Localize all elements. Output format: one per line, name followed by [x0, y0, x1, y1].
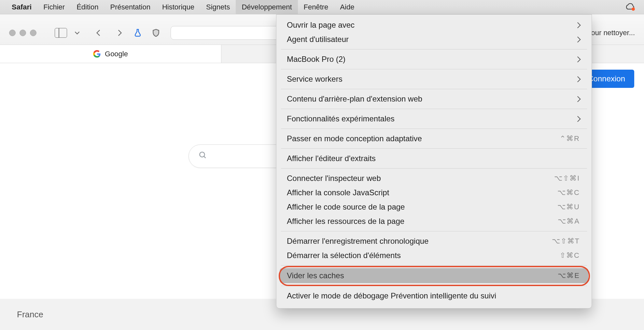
- menu-item[interactable]: Afficher les ressources de la page⌥⌘A: [276, 214, 592, 228]
- tab-google[interactable]: Google: [0, 45, 221, 63]
- menu-item[interactable]: Afficher le code source de la page⌥⌘U: [276, 200, 592, 214]
- traffic-zoom-icon[interactable]: [30, 30, 36, 36]
- google-favicon-icon: [93, 50, 101, 58]
- menu-item-label: Afficher les ressources de la page: [287, 217, 404, 226]
- menu-item[interactable]: Activer le mode de débogage Prévention i…: [276, 289, 592, 303]
- chevron-right-icon: [576, 55, 580, 63]
- menu-developpement[interactable]: Développement: [236, 0, 298, 14]
- menu-item[interactable]: Afficher la console JavaScript⌥⌘C: [276, 186, 592, 200]
- menu-separator: [281, 69, 587, 69]
- developpement-menu: Ouvrir la page avecAgent d'utilisateurMa…: [276, 14, 592, 309]
- menu-item[interactable]: Agent d'utilisateur: [276, 32, 592, 47]
- menu-item[interactable]: MacBook Pro (2): [276, 52, 592, 66]
- menu-item[interactable]: Afficher l'éditeur d'extraits: [276, 151, 592, 166]
- menu-signets[interactable]: Signets: [200, 0, 236, 14]
- menubar-tray: [624, 3, 638, 11]
- menu-item[interactable]: Démarrer l'enregistrement chronologique⌥…: [276, 234, 592, 248]
- menu-shortcut: ⌥⇧⌘I: [554, 174, 580, 183]
- privacy-shield-icon[interactable]: [150, 27, 162, 39]
- menu-presentation[interactable]: Présentation: [104, 0, 156, 14]
- menu-item-label: Service workers: [287, 75, 343, 84]
- back-button[interactable]: [92, 27, 105, 39]
- menu-separator: [281, 129, 587, 129]
- menu-separator: [281, 286, 587, 286]
- menu-item-label: Afficher le code source de la page: [287, 202, 405, 212]
- status-cloud-icon[interactable]: [624, 3, 636, 11]
- menu-item-label: MacBook Pro (2): [287, 55, 345, 64]
- menu-separator: [281, 265, 587, 266]
- menu-shortcut: ⌥⇧⌘T: [552, 237, 580, 245]
- menu-item[interactable]: Ouvrir la page avec: [276, 18, 592, 32]
- menu-item[interactable]: Service workers: [276, 72, 592, 86]
- menu-item[interactable]: Fonctionnalités expérimentales: [276, 112, 592, 126]
- chevron-right-icon: [576, 75, 580, 83]
- menu-item-label: Démarrer la sélection d'éléments: [287, 251, 401, 260]
- menu-historique[interactable]: Historique: [156, 0, 200, 14]
- macos-menubar: Safari Fichier Édition Présentation Hist…: [0, 0, 644, 14]
- menu-separator: [281, 168, 587, 169]
- menu-fenetre[interactable]: Fenêtre: [298, 0, 334, 14]
- svg-point-3: [200, 152, 204, 157]
- traffic-minimize-icon[interactable]: [20, 30, 26, 36]
- svg-point-0: [632, 7, 635, 11]
- menu-item-label: Contenu d'arrière-plan d'extension web: [287, 94, 422, 103]
- menu-item-label: Afficher la console JavaScript: [287, 188, 389, 197]
- menu-fichier[interactable]: Fichier: [37, 0, 71, 14]
- menu-shortcut: ⌥⌘A: [558, 217, 580, 226]
- chevron-right-icon: [576, 95, 580, 103]
- chevron-right-icon: [576, 21, 580, 29]
- menu-item-label: Ouvrir la page avec: [287, 21, 355, 30]
- menu-item-label: Afficher l'éditeur d'extraits: [287, 154, 376, 163]
- experimental-features-icon[interactable]: [132, 27, 144, 39]
- menu-item-label: Connecter l'inspecteur web: [287, 174, 381, 183]
- search-icon: [199, 151, 207, 161]
- menu-item-label: Passer en mode conception adaptative: [287, 134, 422, 143]
- menu-item[interactable]: Passer en mode conception adaptative⌃⌘R: [276, 131, 592, 146]
- traffic-close-icon[interactable]: [9, 30, 16, 36]
- menu-shortcut: ⌥⌘E: [558, 271, 580, 280]
- menu-item[interactable]: Démarrer la sélection d'éléments⇧⌘C: [276, 248, 592, 263]
- menu-item[interactable]: Contenu d'arrière-plan d'extension web: [276, 92, 592, 106]
- menu-item-label: Fonctionnalités expérimentales: [287, 114, 395, 123]
- menu-item[interactable]: Connecter l'inspecteur web⌥⇧⌘I: [276, 171, 592, 186]
- chevron-right-icon: [576, 115, 580, 123]
- tab-label: Google: [105, 50, 128, 58]
- menu-item-label: Démarrer l'enregistrement chronologique: [287, 237, 428, 246]
- menu-separator: [281, 109, 587, 109]
- menu-aide[interactable]: Aide: [334, 0, 360, 14]
- app-name[interactable]: Safari: [6, 0, 37, 14]
- menu-separator: [281, 89, 587, 89]
- menu-item-label: Activer le mode de débogage Prévention i…: [287, 291, 496, 300]
- menu-item[interactable]: Vider les caches⌥⌘E: [280, 268, 588, 283]
- sidebar-dropdown-button[interactable]: [71, 27, 83, 39]
- menu-shortcut: ⌃⌘R: [560, 134, 580, 143]
- menu-shortcut: ⌥⌘U: [557, 203, 580, 211]
- footer-country: France: [17, 309, 43, 320]
- menu-shortcut: ⌥⌘C: [557, 188, 580, 197]
- menu-separator: [281, 148, 587, 149]
- menu-separator: [281, 231, 587, 231]
- menu-shortcut: ⇧⌘C: [560, 251, 580, 260]
- menu-edition[interactable]: Édition: [71, 0, 104, 14]
- forward-button[interactable]: [113, 27, 126, 39]
- svg-line-4: [204, 156, 205, 158]
- menu-item-label: Agent d'utilisateur: [287, 35, 349, 44]
- sidebar-toggle-button[interactable]: [55, 27, 67, 39]
- window-controls[interactable]: [9, 30, 36, 36]
- chevron-right-icon: [576, 35, 580, 44]
- menu-item-label: Vider les caches: [287, 271, 344, 280]
- menu-separator: [281, 49, 587, 49]
